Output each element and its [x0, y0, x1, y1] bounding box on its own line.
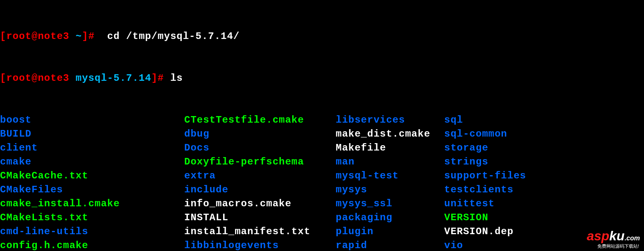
terminal-output[interactable]: [root@note3 ~]# cd /tmp/mysql-5.7.14/ [r… — [0, 0, 644, 251]
ls-entry: unittest — [444, 197, 567, 211]
ls-row: cmake_install.cmakeinfo_macros.cmakemysy… — [0, 197, 644, 211]
ls-entry: VERSION.dep — [444, 225, 567, 239]
ls-row: BUILDdbugmake_dist.cmakesql-common — [0, 127, 644, 141]
command-ls: ls — [170, 73, 183, 84]
ls-entry: rapid — [336, 239, 444, 251]
ls-entry: mysys — [336, 183, 444, 197]
ls-entry: vio — [444, 239, 567, 251]
ls-entry: dbug — [184, 127, 336, 141]
ls-entry: CTestTestfile.cmake — [184, 113, 336, 127]
ls-entry: sql — [444, 113, 567, 127]
ls-entry: sql-common — [444, 127, 567, 141]
ls-entry: include — [184, 183, 336, 197]
ls-entry: Makefile — [336, 141, 444, 155]
ls-entry: mysql-test — [336, 169, 444, 183]
ls-output: boostCTestTestfile.cmakelibservicessqlBU… — [0, 113, 644, 251]
ls-row: clientDocsMakefilestorage — [0, 141, 644, 155]
ls-entry: strings — [444, 155, 567, 169]
ls-row: CMakeCache.txtextramysql-testsupport-fil… — [0, 169, 644, 183]
ls-entry: CMakeCache.txt — [0, 169, 184, 183]
ls-entry: cmake_install.cmake — [0, 197, 184, 211]
watermark-subtitle: 免费网站源码下载站! — [597, 243, 639, 249]
watermark-logo: aspku.com — [587, 228, 640, 244]
ls-entry: info_macros.cmake — [184, 197, 336, 211]
ls-entry: libservices — [336, 113, 444, 127]
ls-entry: Docs — [184, 141, 336, 155]
ls-entry: CMakeLists.txt — [0, 211, 184, 225]
ls-entry: config.h.cmake — [0, 239, 184, 251]
ls-entry: man — [336, 155, 444, 169]
ls-row: cmd-line-utilsinstall_manifest.txtplugin… — [0, 225, 644, 239]
ls-entry: libbinlogevents — [184, 239, 336, 251]
ls-entry: make_dist.cmake — [336, 127, 444, 141]
ls-entry: testclients — [444, 183, 567, 197]
ls-entry: plugin — [336, 225, 444, 239]
ls-entry: support-files — [444, 169, 567, 183]
ls-entry: BUILD — [0, 127, 184, 141]
ls-entry: storage — [444, 141, 567, 155]
ls-entry: CMakeFiles — [0, 183, 184, 197]
ls-entry: cmake — [0, 155, 184, 169]
ls-entry: client — [0, 141, 184, 155]
command-cd: cd /tmp/mysql-5.7.14/ — [101, 31, 240, 42]
ls-entry: packaging — [336, 211, 444, 225]
ls-entry: VERSION — [444, 211, 567, 225]
prompt-line-1: [root@note3 ~]# cd /tmp/mysql-5.7.14/ — [0, 30, 644, 43]
ls-entry: mysys_ssl — [336, 197, 444, 211]
ls-entry: boost — [0, 113, 184, 127]
ls-entry: install_manifest.txt — [184, 225, 336, 239]
prompt-line-2: [root@note3 mysql-5.7.14]# ls — [0, 71, 644, 85]
ls-entry: cmd-line-utils — [0, 225, 184, 239]
ls-row: config.h.cmakelibbinlogeventsrapidvio — [0, 239, 644, 251]
ls-entry: INSTALL — [184, 211, 336, 225]
ls-row: boostCTestTestfile.cmakelibservicessql — [0, 113, 644, 127]
ls-row: cmakeDoxyfile-perfschemamanstrings — [0, 155, 644, 169]
ls-row: CMakeFilesincludemysystestclients — [0, 183, 644, 197]
ls-entry: Doxyfile-perfschema — [184, 155, 336, 169]
ls-row: CMakeLists.txtINSTALLpackagingVERSION — [0, 211, 644, 225]
ls-entry: extra — [184, 169, 336, 183]
